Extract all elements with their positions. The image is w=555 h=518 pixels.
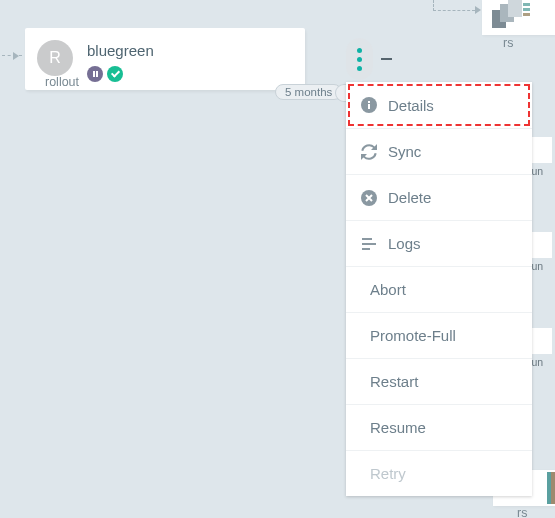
info-icon <box>360 96 378 114</box>
menu-item-label: Details <box>388 97 434 114</box>
kebab-menu-button[interactable] <box>346 38 373 80</box>
run-chip[interactable]: run <box>528 328 555 368</box>
menu-item-resume[interactable]: Resume <box>346 404 532 450</box>
menu-item-promote-full[interactable]: Promote-Full <box>346 312 532 358</box>
resource-avatar: R <box>37 40 73 76</box>
replicaset-icon <box>490 0 530 33</box>
collapse-toggle[interactable] <box>381 58 392 60</box>
menu-item-restart[interactable]: Restart <box>346 358 532 404</box>
healthy-icon <box>107 66 123 82</box>
resource-kind-label: rollout <box>45 75 79 89</box>
rs-kind-label: rs <box>503 36 513 50</box>
run-chip[interactable]: run <box>528 137 555 177</box>
replicaset-card-top[interactable] <box>482 0 555 35</box>
incoming-edge-arrow <box>2 55 22 57</box>
menu-item-label: Sync <box>388 143 421 160</box>
logs-icon <box>360 235 378 253</box>
sync-icon <box>360 143 378 161</box>
delete-icon <box>360 189 378 207</box>
age-pill: 5 months <box>275 84 342 100</box>
run-chip[interactable]: run <box>528 232 555 272</box>
menu-item-label: Logs <box>388 235 421 252</box>
menu-item-label: Restart <box>370 373 418 390</box>
resource-status-bars <box>547 472 555 504</box>
svg-rect-2 <box>508 0 522 17</box>
svg-rect-11 <box>362 243 376 245</box>
menu-item-details[interactable]: Details <box>346 82 532 128</box>
svg-rect-7 <box>368 104 370 109</box>
svg-rect-12 <box>362 248 370 250</box>
menu-item-retry: Retry <box>346 450 532 496</box>
menu-item-sync[interactable]: Sync <box>346 128 532 174</box>
resource-title: bluegreen <box>87 42 295 60</box>
svg-rect-5 <box>523 13 530 16</box>
svg-rect-3 <box>523 3 530 6</box>
pause-icon <box>87 66 103 82</box>
context-menu: Details Sync Delete Logs Abort Promote-F… <box>346 82 532 496</box>
menu-item-label: Delete <box>388 189 431 206</box>
menu-item-label: Resume <box>370 419 426 436</box>
menu-item-label: Retry <box>370 465 406 482</box>
menu-item-label: Promote-Full <box>370 327 456 344</box>
graph-edge <box>433 0 483 18</box>
svg-rect-8 <box>368 101 370 103</box>
status-badges <box>87 66 295 82</box>
menu-item-label: Abort <box>370 281 406 298</box>
svg-rect-4 <box>523 8 530 11</box>
rs-kind-label: rs <box>517 506 527 518</box>
menu-item-logs[interactable]: Logs <box>346 220 532 266</box>
menu-item-abort[interactable]: Abort <box>346 266 532 312</box>
menu-item-delete[interactable]: Delete <box>346 174 532 220</box>
svg-rect-10 <box>362 238 372 240</box>
